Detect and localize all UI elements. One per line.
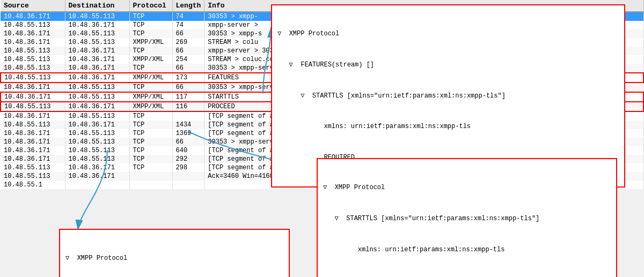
table-row[interactable]: 10.48.36.17110.48.55.113XMPP/XML117START… <box>1 92 643 102</box>
table-row[interactable]: 10.48.36.17110.48.55.113TCP1369[TCP segm… <box>1 129 643 138</box>
table-row[interactable]: 10.48.55.11310.48.36.171XMPP/XML116PROCE… <box>1 102 643 111</box>
table-cell-info: 30353 > xmpp-server [ACK] Seq=204 Ack=29… <box>204 83 643 92</box>
table-cell-proto: TCP <box>129 29 172 38</box>
table-cell-proto: TCP <box>129 64 172 73</box>
table-row[interactable]: 10.48.55.11310.48.36.171TCP1434[TCP segm… <box>1 121 643 129</box>
table-cell-len: 66 <box>172 29 204 38</box>
table-cell-len: 254 <box>172 55 204 64</box>
table-cell-len: 74 <box>172 21 204 29</box>
table-cell-src: 10.48.55.113 <box>1 73 65 83</box>
packet-table: Source Destination Protocol Length Info … <box>0 0 644 189</box>
table-cell-src: 10.48.55.113 <box>1 102 65 111</box>
table-row[interactable]: 10.48.36.17110.48.55.113TCP640[TCP segme… <box>1 146 643 155</box>
table-cell-dst: 10.48.36.171 <box>65 172 129 181</box>
table-cell-info: 30353 > xmpp- <box>204 12 643 21</box>
table-cell-src: 10.48.55.113 <box>1 121 65 129</box>
table-cell-proto: TCP <box>129 129 172 138</box>
table-cell-src: 10.48.36.171 <box>1 92 65 102</box>
table-cell-src: 10.48.36.171 <box>1 146 65 155</box>
table-cell-src: 10.48.55.113 <box>1 163 65 172</box>
table-row[interactable]: 10.48.55.11310.48.36.171XMPP/XML173FEATU… <box>1 73 643 83</box>
table-row[interactable]: 10.48.55.11310.48.36.171TCP298[TCP segme… <box>1 163 643 172</box>
table-row[interactable]: 10.48.36.17110.48.55.113TCP[TCP segment … <box>1 111 643 121</box>
table-cell-len: 640 <box>172 146 204 155</box>
table-row[interactable]: 10.48.36.17110.48.55.113TCP7430353 > xmp… <box>1 12 643 21</box>
table-cell-proto: TCP <box>129 21 172 29</box>
table-cell-src: 10.48.55.113 <box>1 55 65 64</box>
table-cell-dst: 10.48.36.171 <box>65 121 129 129</box>
table-cell-len: 117 <box>172 92 204 102</box>
table-row[interactable]: 10.48.55.1 <box>1 181 643 189</box>
table-cell-dst: 10.48.55.113 <box>65 146 129 155</box>
table-cell-len: 292 <box>172 155 204 163</box>
col-header-source: Source <box>1 0 65 12</box>
table-cell-dst: 10.48.36.171 <box>65 47 129 55</box>
table-cell-info: [TCP segment of a rea <box>204 155 643 163</box>
table-row[interactable]: 10.48.36.17110.48.55.113XMPP/XML269STREA… <box>1 38 643 47</box>
table-cell-proto: TCP <box>129 146 172 155</box>
table-cell-len <box>172 172 204 181</box>
table-cell-proto: XMPP/XML <box>129 92 172 102</box>
table-cell-info: [TCP segment of a rea <box>204 129 643 138</box>
table-row[interactable]: 10.48.55.11310.48.36.171TCP6630353 > xmp… <box>1 64 643 73</box>
table-row[interactable]: 10.48.36.17110.48.55.113TCP292[TCP segme… <box>1 155 643 163</box>
table-cell-len: 298 <box>172 163 204 172</box>
table-cell-src: 10.48.36.171 <box>1 111 65 121</box>
table-cell-info: 30353 > xmpp-s <box>204 29 643 38</box>
popup-proceed: ▽ XMPP Protocol ▽ PROCEED [xmlns="urn:ie… <box>59 229 290 277</box>
table-cell-dst: 10.48.55.113 <box>65 92 129 102</box>
table-cell-info: [TCP segment of a rea <box>204 121 643 129</box>
table-cell-proto: TCP <box>129 138 172 146</box>
table-cell-info <box>204 181 643 189</box>
table-cell-src: 10.48.36.171 <box>1 29 65 38</box>
table-cell-dst: 10.48.36.171 <box>65 55 129 64</box>
table-cell-dst: 10.48.55.113 <box>65 138 129 146</box>
col-header-info: Info <box>204 0 643 12</box>
table-cell-proto: XMPP/XML <box>129 102 172 111</box>
table-cell-proto: XMPP/XML <box>129 55 172 64</box>
table-row[interactable]: 10.48.36.17110.48.55.113TCP6630353 > xmp… <box>1 83 643 92</box>
table-cell-dst: 10.48.36.171 <box>65 73 129 83</box>
table-row[interactable]: 10.48.55.11310.48.36.171TCP74xmpp-server… <box>1 21 643 29</box>
table-cell-proto: TCP <box>129 47 172 55</box>
popup2-line2: xmlns: urn:ietf:params:xml:ns:xmpp-tls <box>323 245 611 255</box>
table-cell-dst: 10.48.55.113 <box>65 83 129 92</box>
table-cell-proto: TCP <box>129 12 172 21</box>
table-cell-proto: TCP <box>129 111 172 121</box>
table-cell-proto: XMPP/XML <box>129 73 172 83</box>
col-header-length: Length <box>172 0 204 12</box>
table-cell-info: STREAM > coluc.com <box>204 55 643 64</box>
table-cell-proto <box>129 181 172 189</box>
table-cell-src: 10.48.36.171 <box>1 38 65 47</box>
table-cell-info: [TCP segment of a reassembled PDU] <box>204 163 643 172</box>
table-cell-info: xmpp-server > <box>204 21 643 29</box>
table-cell-dst: 10.48.55.113 <box>65 38 129 47</box>
table-row[interactable]: 10.48.36.17110.48.55.113TCP6630353 > xmp… <box>1 29 643 38</box>
table-cell-dst: 10.48.55.113 <box>65 12 129 21</box>
table-cell-info: 30353 > xmpp-server [ACK] Seq=204 Ack=18… <box>204 64 643 73</box>
table-cell-info: Ack=3460 Win=41600 Len=0 TSval=111910311… <box>204 172 643 181</box>
table-cell-dst: 10.48.36.171 <box>65 163 129 172</box>
table-cell-src: 10.48.55.113 <box>1 21 65 29</box>
table-row[interactable]: 10.48.55.11310.48.36.171XMPP/XML254STREA… <box>1 55 643 64</box>
table-cell-len: 66 <box>172 138 204 146</box>
table-cell-info: STARTTLS <box>204 92 643 102</box>
table-cell-dst: 10.48.36.171 <box>65 64 129 73</box>
table-cell-proto <box>129 172 172 181</box>
table-cell-proto: TCP <box>129 121 172 129</box>
table-cell-len <box>172 111 204 121</box>
popup3-title: ▽ XMPP Protocol <box>65 253 283 264</box>
table-cell-info: [TCP segment of a rea <box>204 146 643 155</box>
table-body: 10.48.36.17110.48.55.113TCP7430353 > xmp… <box>1 12 643 189</box>
table-row[interactable]: 10.48.55.11310.48.36.171Ack=3460 Win=416… <box>1 172 643 181</box>
table-row[interactable]: 10.48.55.11310.48.36.171TCP66xmpp-server… <box>1 47 643 55</box>
table-cell-src: 10.48.55.113 <box>1 172 65 181</box>
col-header-protocol: Protocol <box>129 0 172 12</box>
table-cell-proto: TCP <box>129 83 172 92</box>
table-row[interactable]: 10.48.36.17110.48.55.113TCP6630353 > xmp… <box>1 138 643 146</box>
table-cell-info: FEATURES <box>204 73 643 83</box>
table-cell-dst: 10.48.55.113 <box>65 129 129 138</box>
table-cell-src: 10.48.36.171 <box>1 155 65 163</box>
table-cell-proto: XMPP/XML <box>129 38 172 47</box>
table-cell-len: 74 <box>172 12 204 21</box>
